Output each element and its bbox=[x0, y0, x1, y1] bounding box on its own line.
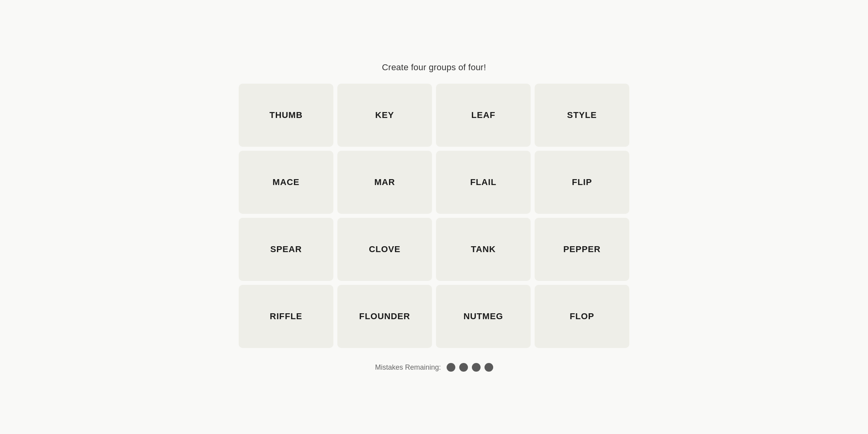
mistake-dot-4 bbox=[485, 363, 493, 372]
tile-label-flip: FLIP bbox=[572, 177, 592, 187]
tile-nutmeg[interactable]: NUTMEG bbox=[436, 285, 531, 348]
mistakes-label: Mistakes Remaining: bbox=[375, 363, 441, 372]
mistake-dot-2 bbox=[459, 363, 468, 372]
tile-mar[interactable]: MAR bbox=[337, 151, 432, 214]
tile-label-thumb: THUMB bbox=[269, 110, 303, 120]
tile-label-pepper: PEPPER bbox=[563, 244, 601, 254]
tile-label-spear: SPEAR bbox=[270, 244, 302, 254]
tile-grid: THUMBKEYLEAFSTYLEMACEMARFLAILFLIPSPEARCL… bbox=[239, 84, 629, 348]
tile-pepper[interactable]: PEPPER bbox=[535, 218, 629, 281]
subtitle: Create four groups of four! bbox=[382, 62, 486, 73]
tile-clove[interactable]: CLOVE bbox=[337, 218, 432, 281]
tile-label-flounder: FLOUNDER bbox=[359, 311, 410, 322]
tile-flounder[interactable]: FLOUNDER bbox=[337, 285, 432, 348]
tile-mace[interactable]: MACE bbox=[239, 151, 333, 214]
tile-style[interactable]: STYLE bbox=[535, 84, 629, 147]
tile-label-tank: TANK bbox=[471, 244, 496, 254]
tile-label-key: KEY bbox=[375, 110, 394, 120]
mistakes-section: Mistakes Remaining: bbox=[375, 363, 493, 372]
tile-label-flail: FLAIL bbox=[470, 177, 497, 187]
mistake-dot-3 bbox=[472, 363, 481, 372]
tile-spear[interactable]: SPEAR bbox=[239, 218, 333, 281]
mistake-dot-1 bbox=[447, 363, 455, 372]
tile-tank[interactable]: TANK bbox=[436, 218, 531, 281]
tile-flail[interactable]: FLAIL bbox=[436, 151, 531, 214]
tile-label-riffle: RIFFLE bbox=[270, 311, 302, 322]
tile-label-clove: CLOVE bbox=[369, 244, 400, 254]
game-container: Create four groups of four! THUMBKEYLEAF… bbox=[217, 62, 651, 372]
tile-flip[interactable]: FLIP bbox=[535, 151, 629, 214]
tile-riffle[interactable]: RIFFLE bbox=[239, 285, 333, 348]
tile-key[interactable]: KEY bbox=[337, 84, 432, 147]
mistakes-dots bbox=[447, 363, 493, 372]
tile-label-style: STYLE bbox=[567, 110, 597, 120]
tile-label-mace: MACE bbox=[273, 177, 299, 187]
tile-label-nutmeg: NUTMEG bbox=[464, 311, 503, 322]
tile-thumb[interactable]: THUMB bbox=[239, 84, 333, 147]
tile-leaf[interactable]: LEAF bbox=[436, 84, 531, 147]
tile-flop[interactable]: FLOP bbox=[535, 285, 629, 348]
tile-label-mar: MAR bbox=[374, 177, 395, 187]
tile-label-leaf: LEAF bbox=[471, 110, 496, 120]
tile-label-flop: FLOP bbox=[570, 311, 594, 322]
